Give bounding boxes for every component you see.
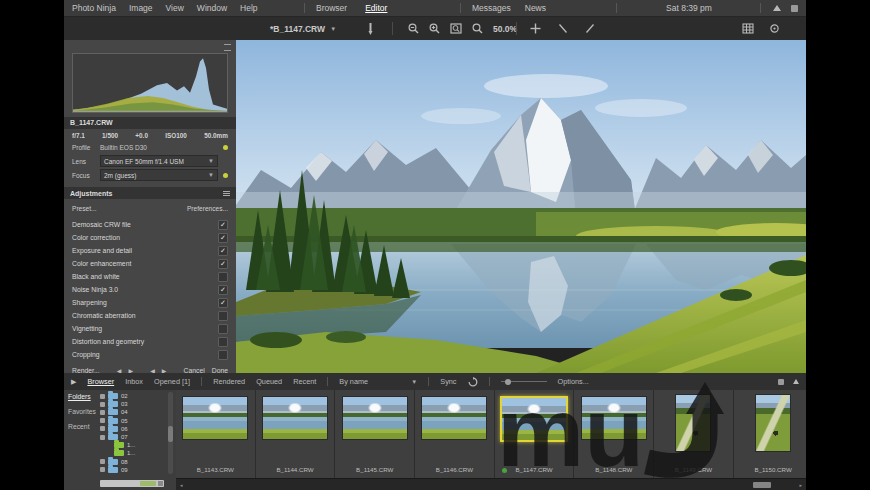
checkbox[interactable]: ✓ bbox=[218, 337, 228, 347]
step-color-correction[interactable]: Color correction ✓ bbox=[72, 231, 228, 244]
settings-button[interactable] bbox=[769, 17, 780, 40]
folder-row[interactable]: 07 bbox=[100, 433, 162, 441]
sync-refresh-icon[interactable] bbox=[468, 377, 478, 387]
thumbnail-image[interactable] bbox=[262, 396, 328, 440]
step-noise-ninja[interactable]: Noise Ninja 3.0 ✓ bbox=[72, 283, 228, 296]
zoom-percentage[interactable]: 50.0% bbox=[493, 24, 517, 34]
folder-checkbox[interactable] bbox=[100, 459, 105, 464]
folder-checkbox[interactable] bbox=[100, 418, 105, 423]
sort-dropdown[interactable]: By name ▼ bbox=[339, 377, 417, 386]
tab-rendered[interactable]: Rendered bbox=[213, 377, 245, 386]
zoom-in-icon[interactable] bbox=[429, 23, 440, 34]
thumbnail-image[interactable] bbox=[581, 396, 647, 440]
mode-editor[interactable]: Editor bbox=[365, 3, 387, 13]
folder-checkbox[interactable] bbox=[100, 435, 105, 440]
thumbnail-cell[interactable]: B_1149.CRW bbox=[654, 390, 734, 478]
checkbox[interactable]: ✓ bbox=[218, 233, 228, 243]
thumbnail-horizontal-scrollbar[interactable]: ◂ ▸ bbox=[176, 478, 806, 490]
thumbnail-image[interactable] bbox=[182, 396, 248, 440]
checkbox[interactable]: ✓ bbox=[218, 259, 228, 269]
thumbnail-image[interactable] bbox=[675, 394, 711, 452]
thumbnail-image[interactable] bbox=[755, 394, 791, 452]
thumbnail-cell[interactable]: B_1148.CRW bbox=[574, 390, 654, 478]
checkbox[interactable]: ✓ bbox=[218, 246, 228, 256]
focus-dropdown[interactable]: 2m (guess) ▼ bbox=[100, 169, 218, 181]
thumbnail-cell[interactable]: B_1150.CRW bbox=[734, 390, 806, 478]
thumbnail-cell[interactable]: B_1143.CRW bbox=[176, 390, 256, 478]
lens-dropdown[interactable]: Canon EF 50mm f/1.4 USM ▼ bbox=[100, 155, 218, 167]
checkbox[interactable]: ✓ bbox=[218, 350, 228, 360]
tab-browser[interactable]: Browser bbox=[87, 377, 114, 386]
thumbnail-image[interactable] bbox=[500, 396, 568, 442]
mode-browser[interactable]: Browser bbox=[316, 3, 347, 13]
nav-folders[interactable]: Folders bbox=[68, 393, 96, 400]
open-file-dropdown[interactable]: *B_1147.CRW ▼ bbox=[270, 17, 336, 40]
step-demosaic[interactable]: Demosaic CRW file ✓ bbox=[72, 218, 228, 231]
checkbox[interactable]: ✓ bbox=[218, 220, 228, 230]
menu-window[interactable]: Window bbox=[197, 3, 227, 13]
step-exposure-detail[interactable]: Exposure and detail ✓ bbox=[72, 244, 228, 257]
upload-arrow-icon[interactable] bbox=[773, 5, 781, 11]
thumbnail-size-slider[interactable] bbox=[501, 381, 547, 382]
checkbox[interactable]: ✓ bbox=[218, 285, 228, 295]
thumbnail-cell[interactable]: B_1145.CRW bbox=[335, 390, 415, 478]
preferences-button[interactable]: Preferences... bbox=[187, 205, 228, 212]
pan-tool-icon[interactable] bbox=[530, 23, 541, 34]
step-sharpening[interactable]: Sharpening ✓ bbox=[72, 296, 228, 309]
checkbox[interactable]: ✓ bbox=[218, 324, 228, 334]
menu-photo-ninja[interactable]: Photo Ninja bbox=[72, 3, 116, 13]
grid-view-button[interactable] bbox=[742, 17, 754, 40]
menu-help[interactable]: Help bbox=[240, 3, 257, 13]
scrollbar-thumb[interactable] bbox=[753, 482, 771, 488]
scroll-left-icon[interactable]: ◂ bbox=[180, 482, 183, 488]
step-cropping[interactable]: Cropping ✓ bbox=[72, 348, 228, 361]
tab-queued[interactable]: Queued bbox=[256, 377, 282, 386]
scrollbar-end-button[interactable] bbox=[158, 481, 163, 486]
folder-checkbox[interactable] bbox=[100, 394, 105, 399]
zoom-fit-icon[interactable] bbox=[450, 23, 462, 34]
preset-button[interactable]: Preset... bbox=[72, 205, 97, 212]
thumbnail-image[interactable] bbox=[342, 396, 408, 440]
scrollbar-thumb[interactable] bbox=[140, 481, 156, 486]
scroll-right-icon[interactable]: ▸ bbox=[799, 482, 802, 488]
step-vignetting[interactable]: Vignetting ✓ bbox=[72, 322, 228, 335]
slider-knob[interactable] bbox=[505, 379, 511, 385]
folder-row[interactable]: 1... bbox=[100, 441, 162, 449]
folder-checkbox[interactable] bbox=[100, 410, 105, 415]
scrollbar-thumb[interactable] bbox=[168, 426, 173, 442]
pin-panel-icon[interactable] bbox=[778, 379, 784, 385]
tab-recent[interactable]: Recent bbox=[293, 377, 316, 386]
panel-menu-icon[interactable] bbox=[223, 191, 230, 196]
zoom-out-icon[interactable] bbox=[408, 23, 419, 34]
thumbnail-image[interactable] bbox=[421, 396, 487, 440]
tab-opened[interactable]: Opened [1] bbox=[154, 377, 190, 386]
messages-link[interactable]: Messages bbox=[472, 3, 511, 13]
step-distortion-geometry[interactable]: Distortion and geometry ✓ bbox=[72, 335, 228, 348]
nav-recent[interactable]: Recent bbox=[68, 423, 96, 430]
sync-button[interactable]: Sync bbox=[440, 377, 456, 386]
zoom-level-icon[interactable] bbox=[472, 23, 483, 34]
line-tool-icon[interactable] bbox=[585, 23, 595, 34]
profile-value[interactable]: Builtin EOS D30 bbox=[100, 144, 147, 151]
slideshow-play-icon[interactable]: ▶ bbox=[71, 378, 76, 386]
step-color-enhancement[interactable]: Color enhancement ✓ bbox=[72, 257, 228, 270]
nav-favorites[interactable]: Favorites bbox=[68, 408, 96, 415]
menu-view[interactable]: View bbox=[166, 3, 184, 13]
step-black-and-white[interactable]: Black and white ✓ bbox=[72, 270, 228, 283]
eyedropper-tool[interactable] bbox=[366, 17, 375, 40]
panel-grip-icon[interactable] bbox=[224, 44, 231, 51]
straighten-tool-icon[interactable] bbox=[558, 23, 568, 34]
tab-inbox[interactable]: Inbox bbox=[125, 377, 143, 386]
checkbox[interactable]: ✓ bbox=[218, 298, 228, 308]
folder-checkbox[interactable] bbox=[100, 402, 105, 407]
thumbnail-cell[interactable]: B_1146.CRW bbox=[415, 390, 495, 478]
window-icon[interactable] bbox=[791, 5, 798, 12]
checkbox[interactable]: ✓ bbox=[218, 311, 228, 321]
options-button[interactable]: Options... bbox=[558, 377, 589, 386]
folder-checkbox[interactable] bbox=[100, 426, 105, 431]
step-chromatic-aberration[interactable]: Chromatic aberration ✓ bbox=[72, 309, 228, 322]
thumbnail-cell-selected[interactable]: B_1147.CRW bbox=[495, 390, 575, 478]
folder-checkbox[interactable] bbox=[100, 467, 105, 472]
folder-row[interactable]: 09 bbox=[100, 466, 162, 474]
news-link[interactable]: News bbox=[525, 3, 546, 13]
